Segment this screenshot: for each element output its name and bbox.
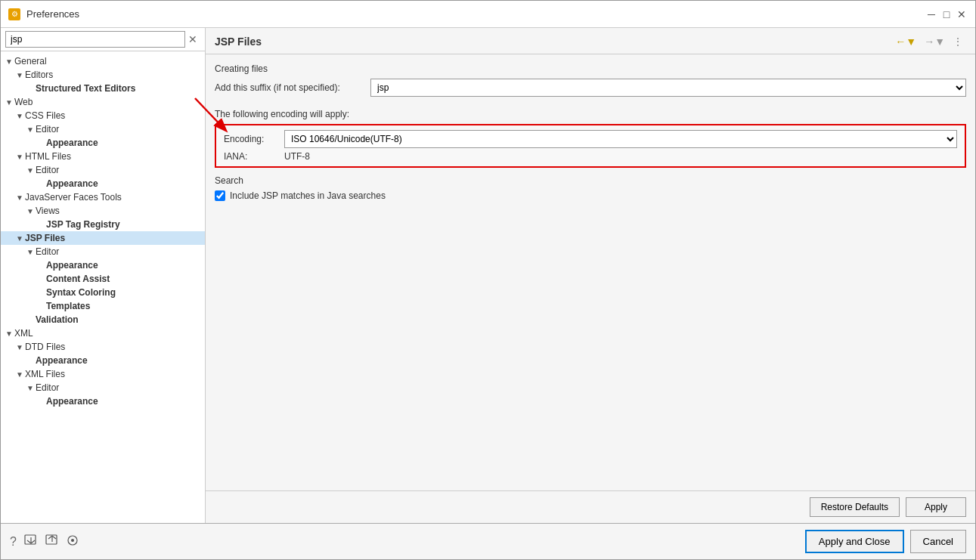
tree-item-syntax-coloring[interactable]: Syntax Coloring — [1, 286, 205, 299]
bottom-buttons: Apply and Close Cancel — [805, 530, 966, 553]
creating-files-label: Creating files — [215, 63, 966, 74]
tree-item-jsp-tag-registry[interactable]: JSP Tag Registry — [1, 218, 205, 231]
tree-label-web: Web — [14, 97, 202, 107]
expand-icon-css: ▼ — [14, 112, 25, 120]
tree-item-dtd-appearance[interactable]: Appearance — [1, 354, 205, 367]
apply-close-button[interactable]: Apply and Close — [805, 530, 904, 553]
include-jsp-label: Include JSP matches in Java searches — [230, 190, 386, 201]
export-icon[interactable] — [45, 534, 59, 549]
encoding-key-label: Encoding: — [224, 134, 284, 144]
search-options-section: Search Include JSP matches in Java searc… — [215, 175, 966, 201]
forward-button[interactable]: →▼ — [921, 34, 948, 49]
expand-icon-jsf: ▼ — [14, 193, 25, 202]
expand-icon-xml: ▼ — [4, 330, 14, 338]
tree-label-general: General — [14, 56, 202, 67]
iana-value: UTF-8 — [284, 151, 310, 162]
include-jsp-checkbox[interactable] — [215, 190, 225, 201]
maximize-button[interactable]: □ — [940, 8, 953, 20]
tree-item-views[interactable]: ▼ Views — [1, 204, 205, 218]
tree-label-css-appearance: Appearance — [46, 138, 202, 148]
tree-label-jsp-editor: Editor — [36, 246, 202, 257]
cancel-button[interactable]: Cancel — [910, 530, 966, 553]
tree-item-structured-text[interactable]: Structured Text Editors — [1, 82, 205, 95]
expand-icon-dtd: ▼ — [14, 343, 25, 351]
search-clear-button[interactable]: ✕ — [185, 32, 200, 47]
bottom-icons: ? — [10, 534, 79, 549]
panel-toolbar: ←▼ →▼ ⋮ — [892, 34, 966, 49]
tree-label-xml-files: XML Files — [25, 369, 202, 379]
tree-label-content-assist: Content Assist — [46, 274, 202, 284]
encoding-row: Encoding: ISO 10646/Unicode(UTF-8) — [224, 130, 957, 148]
tree-item-templates[interactable]: Templates — [1, 299, 205, 313]
more-options-button[interactable]: ⋮ — [950, 34, 966, 49]
panel-content: Creating files Add this suffix (if not s… — [206, 54, 975, 490]
iana-key-label: IANA: — [224, 151, 284, 162]
expand-icon-editors: ▼ — [14, 71, 25, 79]
tree-item-dtd-files[interactable]: ▼ DTD Files — [1, 340, 205, 354]
back-button[interactable]: ←▼ — [892, 34, 919, 49]
title-bar: ⚙ Preferences ─ □ ✕ — [1, 1, 975, 28]
tree-item-html-appearance[interactable]: Appearance — [1, 177, 205, 190]
tree-item-xml-files[interactable]: ▼ XML Files — [1, 367, 205, 381]
creating-files-section: Creating files Add this suffix (if not s… — [215, 63, 966, 97]
tree-item-html-files[interactable]: ▼ HTML Files — [1, 150, 205, 163]
expand-icon-xml-files: ▼ — [14, 370, 25, 379]
tree-item-jsp-editor[interactable]: ▼ Editor — [1, 245, 205, 258]
search-input[interactable]: jsp — [5, 31, 185, 48]
encoding-select[interactable]: ISO 10646/Unicode(UTF-8) — [284, 130, 957, 148]
minimize-button[interactable]: ─ — [925, 8, 937, 20]
help-icon[interactable]: ? — [10, 535, 17, 549]
suffix-row: Add this suffix (if not specified): jsp — [215, 79, 966, 97]
tree-item-editors[interactable]: ▼ Editors — [1, 68, 205, 82]
suffix-label: Add this suffix (if not specified): — [215, 82, 366, 93]
apply-button[interactable]: Apply — [906, 497, 966, 517]
settings-icon[interactable] — [67, 534, 79, 549]
tree-item-xml[interactable]: ▼ XML — [1, 326, 205, 340]
tree-item-jsp-files[interactable]: ▼ JSP Files — [1, 231, 205, 245]
panel-footer: Restore Defaults Apply — [206, 490, 975, 523]
tree-label-jsf: JavaServer Faces Tools — [25, 192, 202, 203]
tree-label-jsp-appearance: Appearance — [46, 260, 202, 271]
tree-item-validation[interactable]: Validation — [1, 313, 205, 326]
tree-item-css-appearance[interactable]: Appearance — [1, 136, 205, 150]
tree-item-jsp-appearance[interactable]: Appearance — [1, 258, 205, 272]
window-title: Preferences — [26, 8, 79, 20]
tree-label-structured-text: Structured Text Editors — [36, 83, 202, 94]
tree-label-editors: Editors — [25, 70, 202, 80]
tree-item-general[interactable]: ▼ General — [1, 54, 205, 68]
expand-icon-xml-editor: ▼ — [25, 384, 36, 392]
search-container: jsp ✕ — [1, 28, 205, 51]
iana-row: IANA: UTF-8 — [224, 151, 957, 162]
svg-point-5 — [71, 539, 74, 542]
panel-title: JSP Files — [215, 36, 262, 48]
expand-icon-html: ▼ — [14, 153, 25, 161]
tree-item-xml-appearance[interactable]: Appearance — [1, 394, 205, 408]
tree-label-html-files: HTML Files — [25, 151, 202, 162]
expand-icon-jsp-files: ▼ — [14, 234, 25, 243]
tree-label-xml-editor: Editor — [36, 382, 202, 393]
tree-item-css-files[interactable]: ▼ CSS Files — [1, 109, 205, 122]
tree-label-validation: Validation — [36, 314, 202, 325]
tree-area: ▼ General ▼ Editors Structured Text Edit… — [1, 51, 205, 523]
restore-defaults-button[interactable]: Restore Defaults — [810, 497, 900, 517]
tree-label-html-appearance: Appearance — [46, 178, 202, 189]
main-content: jsp ✕ ▼ General ▼ Editors Structure — [1, 28, 975, 523]
close-button[interactable]: ✕ — [956, 8, 968, 20]
checkbox-row: Include JSP matches in Java searches — [215, 190, 966, 201]
tree-item-jsf[interactable]: ▼ JavaServer Faces Tools — [1, 190, 205, 204]
expand-icon-html-editor: ▼ — [25, 166, 36, 175]
sidebar: jsp ✕ ▼ General ▼ Editors Structure — [1, 28, 206, 523]
import-icon[interactable] — [24, 534, 38, 549]
tree-label-syntax-coloring: Syntax Coloring — [46, 287, 202, 298]
tree-label-templates: Templates — [46, 301, 202, 311]
suffix-select[interactable]: jsp — [370, 79, 966, 97]
tree-label-jsp-files: JSP Files — [25, 233, 202, 243]
bottom-bar: ? Apply and Close Cancel — [1, 523, 975, 559]
tree-item-content-assist[interactable]: Content Assist — [1, 272, 205, 286]
tree-item-css-editor[interactable]: ▼ Editor — [1, 122, 205, 136]
expand-icon-css-editor: ▼ — [25, 125, 36, 134]
tree-label-views: Views — [36, 206, 202, 216]
tree-item-web[interactable]: ▼ Web — [1, 95, 205, 109]
tree-item-xml-editor[interactable]: ▼ Editor — [1, 381, 205, 394]
tree-item-html-editor[interactable]: ▼ Editor — [1, 163, 205, 177]
